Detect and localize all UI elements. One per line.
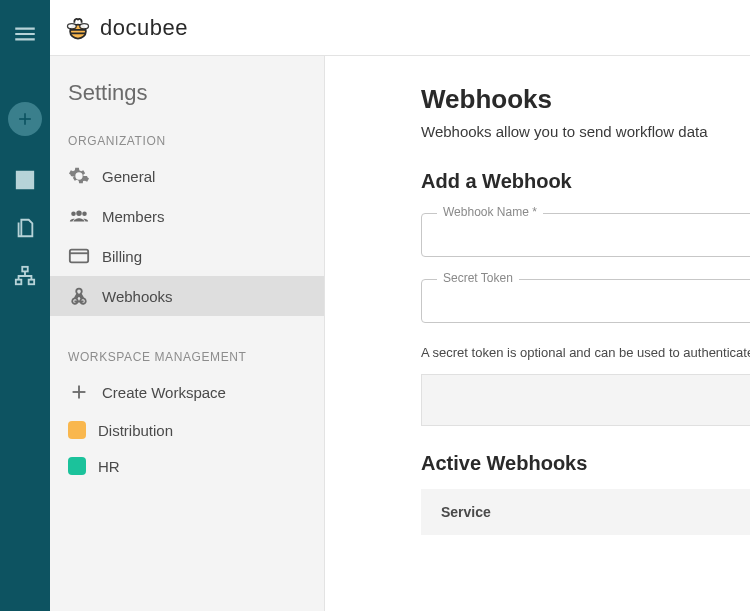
nav-documents[interactable] bbox=[0, 204, 50, 252]
documents-icon bbox=[14, 217, 36, 239]
svg-point-4 bbox=[68, 23, 77, 28]
helper-text: A secret token is optional and can be us… bbox=[421, 345, 750, 360]
sidebar-item-label: Distribution bbox=[98, 422, 173, 439]
brand-logo[interactable]: docubee bbox=[64, 14, 188, 42]
hamburger-icon bbox=[12, 21, 38, 47]
page-subtitle: Webhooks allow you to send workflow data bbox=[421, 123, 750, 140]
sidebar-title: Settings bbox=[50, 80, 324, 120]
sidebar-item-webhooks[interactable]: Webhooks bbox=[50, 276, 324, 316]
hamburger-menu-button[interactable] bbox=[0, 10, 50, 58]
webhook-icon bbox=[68, 285, 90, 307]
sidebar-item-workspace-hr[interactable]: HR bbox=[50, 448, 324, 484]
main-panel: Webhooks Webhooks allow you to send work… bbox=[325, 56, 750, 611]
settings-sidebar: Settings ORGANIZATION General Members Bi… bbox=[50, 56, 325, 611]
form-heading: Add a Webhook bbox=[421, 170, 750, 193]
sidebar-item-members[interactable]: Members bbox=[50, 196, 324, 236]
sidebar-item-label: Webhooks bbox=[102, 288, 173, 305]
dashboard-icon bbox=[14, 169, 36, 191]
section-organization-label: ORGANIZATION bbox=[50, 120, 324, 156]
active-webhooks-heading: Active Webhooks bbox=[421, 452, 750, 475]
topbar: docubee bbox=[50, 0, 750, 56]
url-target-box[interactable] bbox=[421, 374, 750, 426]
plus-icon bbox=[68, 381, 90, 403]
sitemap-icon bbox=[14, 265, 36, 287]
svg-rect-6 bbox=[70, 250, 88, 263]
nav-dashboard[interactable] bbox=[0, 156, 50, 204]
svg-rect-1 bbox=[16, 280, 22, 285]
credit-card-icon bbox=[68, 245, 90, 267]
field-label: Webhook Name * bbox=[437, 205, 543, 219]
field-label: Secret Token bbox=[437, 271, 519, 285]
active-webhooks-table-header: Service bbox=[421, 489, 750, 535]
sidebar-item-general[interactable]: General bbox=[50, 156, 324, 196]
workspace-color-dot bbox=[68, 457, 86, 475]
add-button[interactable] bbox=[8, 102, 42, 136]
field-secret-token-wrap: Secret Token bbox=[421, 279, 750, 323]
svg-rect-2 bbox=[29, 280, 34, 285]
plus-icon bbox=[15, 109, 35, 129]
sidebar-item-create-workspace[interactable]: Create Workspace bbox=[50, 372, 324, 412]
secret-token-input[interactable] bbox=[421, 279, 750, 323]
workspace-color-dot bbox=[68, 421, 86, 439]
nav-workflows[interactable] bbox=[0, 252, 50, 300]
nav-rail bbox=[0, 0, 50, 611]
sidebar-item-label: General bbox=[102, 168, 155, 185]
sidebar-item-label: Members bbox=[102, 208, 165, 225]
sidebar-item-label: Billing bbox=[102, 248, 142, 265]
field-webhook-name-wrap: Webhook Name * bbox=[421, 213, 750, 257]
table-col-service: Service bbox=[441, 504, 491, 520]
gear-icon bbox=[68, 165, 90, 187]
svg-point-5 bbox=[80, 23, 89, 28]
bee-icon bbox=[64, 14, 92, 42]
section-workspace-label: WORKSPACE MANAGEMENT bbox=[50, 336, 324, 372]
sidebar-item-billing[interactable]: Billing bbox=[50, 236, 324, 276]
sidebar-item-label: HR bbox=[98, 458, 120, 475]
sidebar-item-workspace-distribution[interactable]: Distribution bbox=[50, 412, 324, 448]
webhook-name-input[interactable] bbox=[421, 213, 750, 257]
svg-rect-0 bbox=[22, 267, 28, 272]
sidebar-item-label: Create Workspace bbox=[102, 384, 226, 401]
brand-name: docubee bbox=[100, 15, 188, 41]
members-icon bbox=[68, 205, 90, 227]
page-title: Webhooks bbox=[421, 84, 750, 115]
